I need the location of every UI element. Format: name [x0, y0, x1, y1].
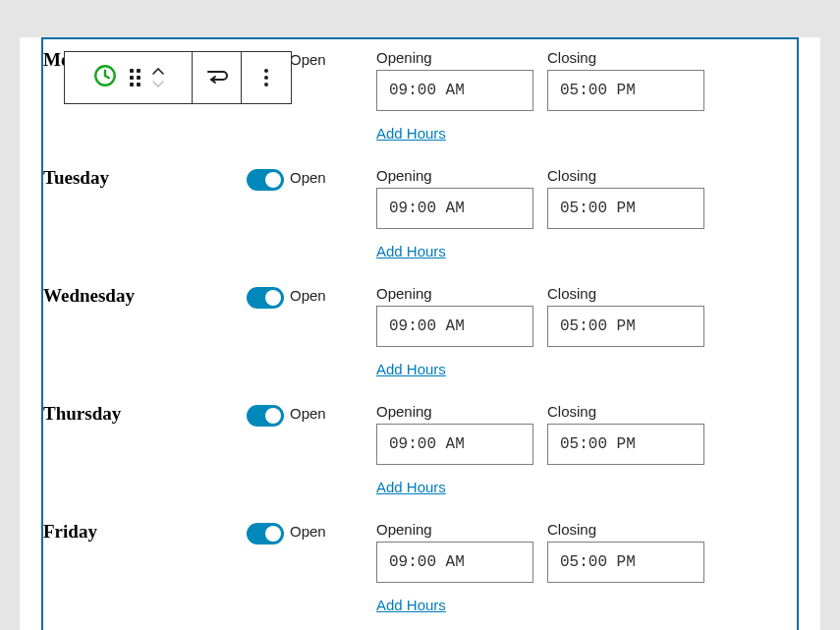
closing-field: Closing	[547, 285, 704, 347]
opening-label: Opening	[376, 167, 533, 184]
times-column: Opening Closing Add Hours	[376, 167, 704, 259]
closing-input[interactable]	[547, 306, 704, 347]
opening-input[interactable]	[376, 306, 533, 347]
add-hours-link[interactable]: Add Hours	[376, 597, 704, 613]
open-toggle-group: Open	[247, 167, 376, 259]
closing-field: Closing	[547, 521, 704, 583]
toolbar-block-controls	[65, 52, 193, 103]
open-toggle[interactable]	[247, 405, 284, 427]
toolbar-more-options[interactable]	[242, 52, 291, 103]
time-fields: Opening Closing	[376, 521, 704, 583]
closing-label: Closing	[547, 403, 704, 420]
opening-label: Opening	[376, 285, 533, 302]
closing-label: Closing	[547, 521, 704, 538]
editor-page: Monday Open Opening Closing Add Hours	[20, 37, 820, 630]
open-toggle[interactable]	[247, 523, 284, 544]
times-column: Opening Closing Add Hours	[376, 403, 704, 495]
closing-label: Closing	[547, 49, 704, 66]
business-hours-block[interactable]: Monday Open Opening Closing Add Hours	[41, 37, 799, 630]
opening-label: Opening	[376, 521, 533, 538]
drag-handle-icon[interactable]	[130, 69, 140, 86]
time-fields: Opening Closing	[376, 403, 704, 465]
time-fields: Opening Closing	[376, 49, 704, 111]
toolbar-transform[interactable]	[193, 52, 242, 103]
opening-field: Opening	[376, 285, 533, 347]
day-name: Thursday	[43, 403, 247, 495]
closing-input[interactable]	[547, 424, 704, 465]
opening-field: Opening	[376, 521, 533, 583]
opening-input[interactable]	[376, 188, 533, 229]
add-hours-link[interactable]: Add Hours	[376, 479, 704, 495]
opening-label: Opening	[376, 403, 533, 420]
day-row: Tuesday Open Opening Closing Add Hours	[43, 161, 797, 279]
day-row: Thursday Open Opening Closing Add Hours	[43, 397, 797, 515]
time-fields: Opening Closing	[376, 167, 704, 229]
closing-field: Closing	[547, 167, 704, 229]
transform-icon	[205, 66, 229, 89]
day-row: Friday Open Opening Closing Add Hours	[43, 515, 797, 630]
opening-input[interactable]	[376, 424, 533, 465]
open-toggle-group: Open	[247, 403, 376, 495]
closing-label: Closing	[547, 285, 704, 302]
closing-input[interactable]	[547, 188, 704, 229]
day-row: Wednesday Open Opening Closing Add Hours	[43, 279, 797, 397]
add-hours-link[interactable]: Add Hours	[376, 243, 704, 259]
times-column: Opening Closing Add Hours	[376, 521, 704, 613]
open-toggle-label: Open	[290, 51, 326, 68]
open-toggle-label: Open	[290, 287, 326, 304]
open-toggle-label: Open	[290, 169, 326, 186]
add-hours-link[interactable]: Add Hours	[376, 361, 704, 377]
time-fields: Opening Closing	[376, 285, 704, 347]
times-column: Opening Closing Add Hours	[376, 285, 704, 377]
block-toolbar	[64, 51, 292, 104]
closing-label: Closing	[547, 167, 704, 184]
opening-input[interactable]	[376, 70, 533, 111]
open-toggle-label: Open	[290, 405, 326, 422]
add-hours-link[interactable]: Add Hours	[376, 125, 704, 142]
closing-input[interactable]	[547, 70, 704, 111]
open-toggle[interactable]	[247, 287, 284, 309]
closing-input[interactable]	[547, 542, 704, 583]
more-vertical-icon	[264, 69, 268, 86]
clock-icon[interactable]	[92, 63, 118, 92]
times-column: Opening Closing Add Hours	[376, 49, 704, 142]
opening-field: Opening	[376, 49, 533, 111]
open-toggle-label: Open	[290, 523, 326, 540]
move-up-down[interactable]	[152, 68, 164, 87]
day-name: Friday	[43, 521, 247, 613]
open-toggle-group: Open	[247, 285, 376, 377]
opening-field: Opening	[376, 403, 533, 465]
day-name: Wednesday	[43, 285, 247, 377]
day-name: Tuesday	[43, 167, 247, 259]
opening-label: Opening	[376, 49, 533, 66]
open-toggle-group: Open	[247, 521, 376, 613]
opening-field: Opening	[376, 167, 533, 229]
chevron-down-icon[interactable]	[152, 80, 164, 87]
chevron-up-icon[interactable]	[152, 68, 164, 76]
closing-field: Closing	[547, 49, 704, 111]
open-toggle[interactable]	[247, 169, 284, 191]
closing-field: Closing	[547, 403, 704, 465]
opening-input[interactable]	[376, 542, 533, 583]
